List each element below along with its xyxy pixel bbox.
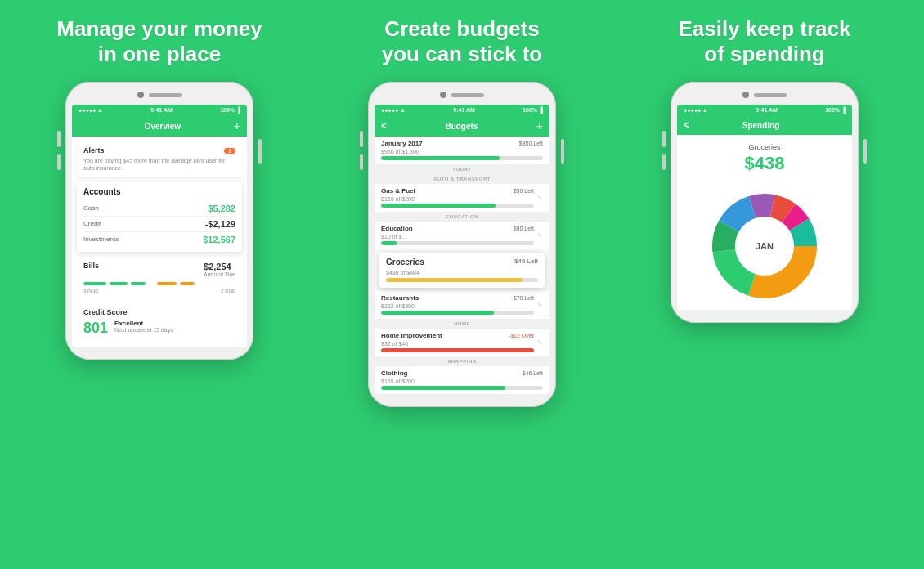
phone-3: ●●●●● ▲ 9:41 AM 100% ▐ < Spending Grocer… xyxy=(671,82,859,323)
budget-month-name: January 2017 xyxy=(381,140,423,147)
account-val-investments: $12,567 xyxy=(203,235,235,244)
accounts-title: Accounts xyxy=(83,187,235,196)
budget-clothing-sub: $155 of $200 xyxy=(381,379,543,384)
nav-add-1[interactable]: + xyxy=(234,119,240,132)
signal-3-icon: ●●●●● ▲ xyxy=(684,107,708,113)
panel-2-title-line1: Create budgets xyxy=(384,16,539,41)
bills-paid-label: 3 PAID xyxy=(83,289,99,293)
main-container: Manage your money in one place ●●●●● ▲ 9… xyxy=(0,0,924,569)
budget-clothing-row: Clothing $46 Left $155 of $200 xyxy=(375,366,549,394)
budget-month-left: $350 Left xyxy=(519,141,543,146)
budget-home-fill xyxy=(381,348,534,352)
phone-2-btn-power xyxy=(561,139,564,164)
panel-3: Easily keep track of spending ●●●●● ▲ 9:… xyxy=(626,16,904,323)
budget-rest-row: Restaurants $78 Left $222 of $300 ✎ xyxy=(375,291,549,319)
account-val-cash: $5,282 xyxy=(208,204,235,213)
nav-back-2[interactable]: < xyxy=(381,120,387,132)
spending-category: Groceries xyxy=(684,143,846,151)
budget-clothing-header: Clothing $46 Left xyxy=(381,370,543,377)
credit-info: Excellent Next update in 15 days xyxy=(114,320,173,333)
bill-bar-paid-2 xyxy=(110,282,128,285)
battery-1: 100% ▐ xyxy=(220,107,240,113)
status-bar-3: ●●●●● ▲ 9:41 AM 100% ▐ xyxy=(677,105,852,115)
edit-home-icon[interactable]: ✎ xyxy=(537,339,543,347)
panel-1-title: Manage your money in one place xyxy=(56,16,262,67)
bills-title: Bills xyxy=(83,262,99,270)
phone-btn-power xyxy=(258,139,262,164)
grocery-card: Groceries $46 Left $438 of $484 xyxy=(379,253,545,288)
nav-add-2[interactable]: + xyxy=(536,119,543,132)
credit-score: 801 xyxy=(83,320,108,337)
grocery-fill xyxy=(386,278,523,282)
budget-gas-track xyxy=(381,204,534,208)
budget-rest-sub: $222 of $300 xyxy=(381,303,534,309)
nav-back-3[interactable]: < xyxy=(684,119,689,131)
donut-container: JAN xyxy=(677,182,852,310)
battery-2: 100% ▐ xyxy=(523,107,543,113)
budget-gas-left: $50 Left xyxy=(514,188,534,194)
budget-edu-fill xyxy=(381,241,397,245)
budget-clothing-name: Clothing xyxy=(381,370,407,377)
phone-btn-volume-up xyxy=(57,131,61,147)
budget-month-fill xyxy=(381,156,500,160)
budget-gas-fill xyxy=(381,204,496,208)
signal-icon: ●●●●● ▲ xyxy=(78,107,103,113)
phone-2-btn-volume-up xyxy=(360,131,363,147)
battery-pct-3: 100% xyxy=(825,107,840,113)
budget-month-track xyxy=(381,156,543,160)
budget-clothing-fill xyxy=(381,386,505,390)
battery-3: 100% ▐ xyxy=(825,107,846,113)
bills-amount-group: $2,254 Amount Due xyxy=(204,262,235,277)
budget-gas-header: Gas & Fuel $50 Left xyxy=(381,187,534,195)
phone-1-screen: ●●●●● ▲ 9:41 AM 100% ▐ Overview + Al xyxy=(72,105,247,346)
account-row-investments: Investments $12,567 xyxy=(83,232,235,247)
budget-gas-name: Gas & Fuel xyxy=(381,187,415,195)
budget-edu-content: Education $90 Left $10 of $... xyxy=(381,225,534,246)
phone-3-btn-volume-up xyxy=(662,131,666,147)
time-2: 9:41 AM xyxy=(453,107,475,113)
budget-edu-track xyxy=(381,241,534,245)
budget-edu-sub: $10 of $... xyxy=(381,234,534,240)
budget-clothing-left: $46 Left xyxy=(523,370,543,376)
edit-gas-icon[interactable]: ✎ xyxy=(537,195,543,202)
spending-chart: JAN xyxy=(699,189,830,303)
section-home: HOME xyxy=(375,319,549,329)
phone-3-camera xyxy=(742,92,749,98)
phone-1-speaker xyxy=(149,93,182,97)
phone-3-top xyxy=(677,92,852,98)
bills-due: Amount Due xyxy=(204,271,235,277)
phone-2-speaker xyxy=(451,93,484,97)
phone-1-top xyxy=(72,92,247,98)
grocery-sub: $438 of $484 xyxy=(386,270,538,276)
phone-3-btn-volume-down xyxy=(662,154,666,170)
spending-header: Groceries $438 xyxy=(677,135,852,182)
battery-pct-1: 100% xyxy=(220,107,235,113)
phone-1: ●●●●● ▲ 9:41 AM 100% ▐ Overview + Al xyxy=(65,82,253,359)
bill-bar-due-2 xyxy=(180,282,195,285)
panel-1-title-line1: Manage your money xyxy=(56,16,262,41)
grocery-name: Groceries xyxy=(386,258,424,267)
panel-3-title-line1: Easily keep track xyxy=(678,16,850,41)
panel-2-title-line2: you can stick to xyxy=(382,42,543,66)
budget-home-row: Home Improvement -$12 Over $32 of $40 ✎ xyxy=(375,329,549,356)
phone-3-screen: ●●●●● ▲ 9:41 AM 100% ▐ < Spending Grocer… xyxy=(677,105,852,310)
credit-card: Credit Score 801 Excellent Next update i… xyxy=(77,303,242,342)
grocery-header: Groceries $46 Left xyxy=(386,258,538,267)
edit-edu-icon[interactable]: ✎ xyxy=(537,232,543,240)
budget-home-track xyxy=(381,348,534,352)
account-name-credit: Credit xyxy=(83,220,101,227)
edit-rest-icon[interactable]: ✎ xyxy=(537,302,543,309)
phone-2-top xyxy=(375,92,549,98)
account-name-cash: Cash xyxy=(83,204,99,212)
credit-sub: Next update in 15 days xyxy=(114,327,173,333)
status-bar-1: ●●●●● ▲ 9:41 AM 100% ▐ xyxy=(72,105,247,115)
bill-bar-paid-3 xyxy=(131,282,146,285)
account-val-credit: -$2,129 xyxy=(205,219,235,229)
battery-icon-1: ▐ xyxy=(236,107,240,113)
signal-2-icon: ●●●●● ▲ xyxy=(381,107,406,113)
chart-month-label: JAN xyxy=(756,241,774,251)
budget-gas-content: Gas & Fuel $50 Left $150 of $200 xyxy=(381,187,534,208)
phone-2-camera xyxy=(440,92,446,98)
budget-edu-row: Education $90 Left $10 of $... ✎ xyxy=(375,222,549,249)
accounts-card: Accounts Cash $5,282 Credit -$2,129 Inve… xyxy=(77,182,242,252)
